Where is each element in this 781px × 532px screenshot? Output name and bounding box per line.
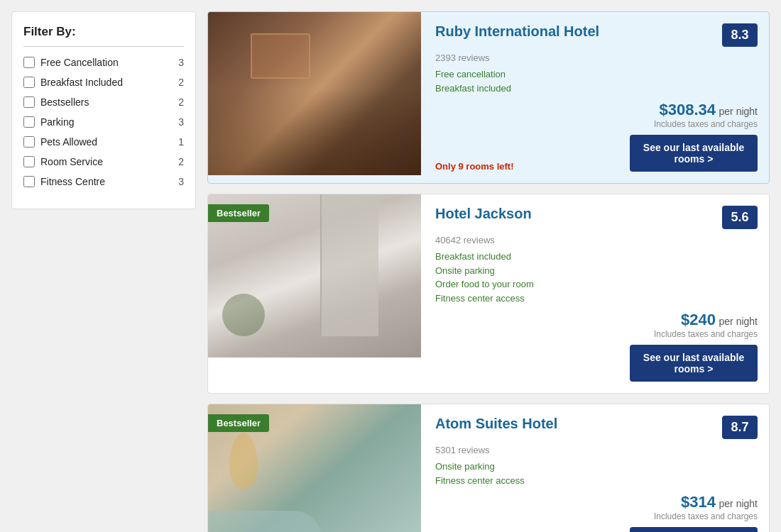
filter-item-fitness-centre: Fitness Centre 3: [23, 176, 184, 187]
hotel-bottom-jackson: $240 per night Includes taxes and charge…: [435, 311, 758, 382]
filter-left-breakfast-included: Breakfast Included: [23, 77, 123, 88]
filter-label-parking[interactable]: Parking: [40, 116, 74, 128]
filter-item-breakfast-included: Breakfast Included 2: [23, 77, 184, 88]
filter-left-room-service: Room Service: [23, 156, 103, 167]
hotel-pricing-atom: $314 per night Includes taxes and charge…: [630, 493, 758, 521]
hotel-reviews-jackson: 40642 reviews: [435, 235, 758, 245]
filter-item-bestsellers: Bestsellers 2: [23, 96, 184, 108]
filter-count-bestsellers: 2: [178, 96, 184, 108]
hotel-bottom-ruby: Only 9 rooms left! $308.34 per night Inc…: [435, 101, 758, 172]
hotel-results: Ruby International Hotel 8.3 2393 review…: [207, 11, 770, 532]
hotel-name-atom: Atom Suites Hotel: [435, 416, 557, 432]
hotel-right-jackson: $240 per night Includes taxes and charge…: [630, 311, 758, 382]
filter-item-pets-allowed: Pets Allowed 1: [23, 136, 184, 148]
hotel-image-ruby: [208, 12, 421, 175]
hotel-header-ruby: Ruby International Hotel 8.3: [435, 23, 758, 47]
hotel-price-unit-atom: per night: [719, 498, 758, 509]
filter-left-pets-allowed: Pets Allowed: [23, 136, 97, 148]
hotel-name-jackson: Hotel Jackson: [435, 206, 532, 222]
hotel-cta-atom[interactable]: See our last available rooms >: [630, 527, 758, 532]
filter-count-pets-allowed: 1: [178, 136, 184, 148]
filter-label-free-cancellation[interactable]: Free Cancellation: [40, 57, 119, 68]
hotel-amenity: Fitness center access: [435, 292, 758, 306]
hotel-amenity: Onsite parking: [435, 460, 758, 474]
hotel-price-unit-jackson: per night: [719, 316, 758, 327]
hotel-price-atom: $314: [681, 493, 716, 511]
hotel-urgency-ruby: Only 9 rooms left!: [435, 161, 630, 172]
filter-label-fitness-centre[interactable]: Fitness Centre: [40, 176, 105, 187]
hotel-amenity: Order food to your room: [435, 277, 758, 292]
filter-title: Filter By:: [23, 25, 184, 39]
filter-sidebar: Filter By: Free Cancellation 3 Breakfast…: [11, 11, 196, 209]
filter-left-parking: Parking: [23, 116, 74, 128]
hotel-price-note-atom: Includes taxes and charges: [630, 511, 758, 521]
hotel-price-note-jackson: Includes taxes and charges: [630, 329, 758, 339]
hotel-amenity: Breakfast included: [435, 82, 758, 96]
filter-divider: [23, 46, 184, 47]
hotel-amenities-jackson: Breakfast includedOnsite parkingOrder fo…: [435, 250, 758, 305]
hotel-card-atom: Bestseller Atom Suites Hotel 8.7 5301 re…: [207, 404, 770, 532]
checkbox-breakfast-included[interactable]: [23, 77, 35, 88]
filter-count-fitness-centre: 3: [178, 176, 184, 187]
filter-label-pets-allowed[interactable]: Pets Allowed: [40, 136, 97, 148]
filter-list: Free Cancellation 3 Breakfast Included 2…: [23, 57, 184, 187]
hotel-score-jackson: 5.6: [722, 206, 758, 229]
filter-item-parking: Parking 3: [23, 116, 184, 128]
hotel-amenity: Onsite parking: [435, 264, 758, 278]
hotel-cta-ruby[interactable]: See our last available rooms >: [630, 135, 758, 172]
checkbox-pets-allowed[interactable]: [23, 136, 35, 148]
filter-left-bestsellers: Bestsellers: [23, 96, 89, 108]
filter-item-room-service: Room Service 2: [23, 156, 184, 167]
hotel-pricing-ruby: $308.34 per night Includes taxes and cha…: [630, 101, 758, 129]
hotel-amenity: Fitness center access: [435, 474, 758, 488]
filter-label-room-service[interactable]: Room Service: [40, 156, 103, 167]
filter-left-fitness-centre: Fitness Centre: [23, 176, 105, 187]
hotel-price-jackson: $240: [681, 311, 716, 328]
hotel-amenity: Free cancellation: [435, 67, 758, 82]
hotel-score-ruby: 8.3: [722, 23, 758, 47]
hotel-amenities-ruby: Free cancellationBreakfast included: [435, 67, 758, 95]
hotel-info-atom: Atom Suites Hotel 8.7 5301 reviews Onsit…: [421, 404, 769, 532]
hotel-price-ruby: $308.34: [660, 101, 716, 118]
hotel-reviews-atom: 5301 reviews: [435, 445, 758, 455]
hotel-pricing-jackson: $240 per night Includes taxes and charge…: [630, 311, 758, 339]
hotel-cta-jackson[interactable]: See our last available rooms >: [630, 345, 758, 382]
hotel-card-ruby: Ruby International Hotel 8.3 2393 review…: [207, 11, 770, 184]
checkbox-fitness-centre[interactable]: [23, 176, 35, 187]
hotel-score-atom: 8.7: [722, 416, 758, 439]
hotel-info-ruby: Ruby International Hotel 8.3 2393 review…: [421, 12, 769, 183]
hotel-bottom-atom: Only 2 rooms left! $314 per night Includ…: [435, 493, 758, 532]
filter-item-free-cancellation: Free Cancellation 3: [23, 57, 184, 68]
checkbox-free-cancellation[interactable]: [23, 57, 35, 68]
hotel-price-unit-ruby: per night: [719, 106, 758, 117]
filter-label-bestsellers[interactable]: Bestsellers: [40, 96, 89, 108]
hotel-reviews-ruby: 2393 reviews: [435, 52, 758, 63]
bestseller-badge-atom: Bestseller: [208, 414, 269, 432]
checkbox-bestsellers[interactable]: [23, 96, 35, 108]
hotel-right-atom: $314 per night Includes taxes and charge…: [630, 493, 758, 532]
hotel-info-jackson: Hotel Jackson 5.6 40642 reviews Breakfas…: [421, 194, 769, 393]
hotel-header-jackson: Hotel Jackson 5.6: [435, 206, 758, 229]
hotel-right-ruby: $308.34 per night Includes taxes and cha…: [630, 101, 758, 172]
hotel-header-atom: Atom Suites Hotel 8.7: [435, 416, 758, 439]
checkbox-room-service[interactable]: [23, 156, 35, 167]
hotel-price-note-ruby: Includes taxes and charges: [630, 119, 758, 129]
checkbox-parking[interactable]: [23, 116, 35, 128]
hotel-name-ruby: Ruby International Hotel: [435, 23, 599, 40]
filter-count-breakfast-included: 2: [178, 77, 184, 88]
filter-count-room-service: 2: [178, 156, 184, 167]
hotel-left-ruby: Only 9 rooms left!: [435, 158, 630, 172]
bestseller-badge-jackson: Bestseller: [208, 204, 269, 222]
hotel-card-jackson: Bestseller Hotel Jackson 5.6 40642 revie…: [207, 194, 770, 394]
filter-count-parking: 3: [178, 116, 184, 128]
hotel-amenity: Breakfast included: [435, 250, 758, 264]
filter-label-breakfast-included[interactable]: Breakfast Included: [40, 77, 123, 88]
filter-count-free-cancellation: 3: [178, 57, 184, 68]
hotel-amenities-atom: Onsite parkingFitness center access: [435, 460, 758, 487]
filter-left-free-cancellation: Free Cancellation: [23, 57, 119, 68]
